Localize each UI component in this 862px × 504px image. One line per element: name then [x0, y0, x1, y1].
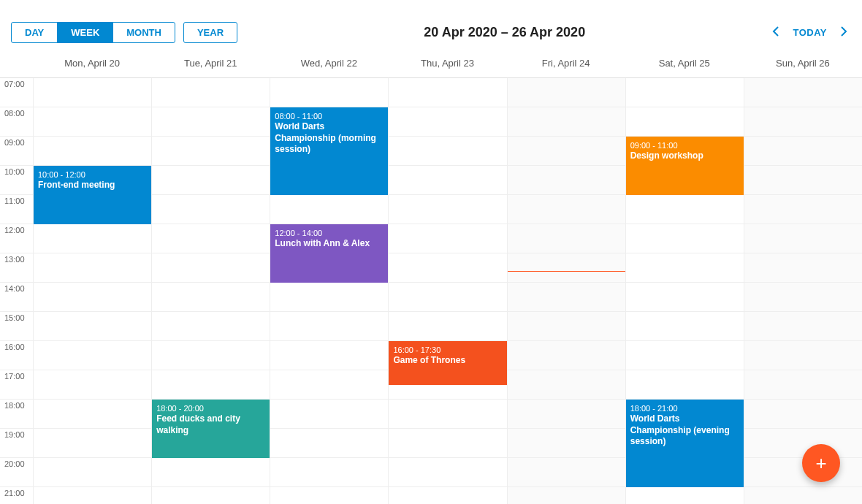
hour-cell[interactable] [626, 341, 744, 370]
hour-cell[interactable] [508, 429, 625, 458]
hour-cell[interactable] [152, 195, 270, 224]
view-week-button[interactable]: WEEK [57, 22, 113, 43]
hour-cell[interactable] [270, 78, 388, 107]
hour-cell[interactable] [508, 137, 625, 166]
hour-cell[interactable] [508, 400, 625, 429]
hour-cell[interactable] [508, 458, 625, 487]
hour-cell[interactable] [626, 487, 744, 504]
hour-cell[interactable] [744, 166, 862, 195]
hour-cell[interactable] [34, 253, 151, 283]
hour-cell[interactable] [152, 166, 270, 195]
hour-cell[interactable] [626, 195, 744, 224]
calendar-event[interactable]: 09:00 - 11:00Design workshop [626, 137, 744, 195]
calendar-event[interactable]: 18:00 - 20:00Feed ducks and city walking [152, 400, 270, 458]
day-column[interactable]: 16:00 - 17:30Game of Thrones [388, 78, 506, 504]
day-column[interactable] [507, 78, 625, 504]
hour-cell[interactable] [152, 341, 270, 370]
day-column[interactable] [744, 78, 862, 504]
hour-cell[interactable] [389, 487, 506, 504]
hour-cell[interactable] [389, 458, 506, 487]
hour-cell[interactable] [34, 429, 151, 458]
hour-cell[interactable] [744, 312, 862, 341]
hour-cell[interactable] [152, 487, 270, 504]
hour-cell[interactable] [270, 370, 388, 400]
hour-cell[interactable] [34, 224, 151, 253]
hour-cell[interactable] [744, 487, 862, 504]
hour-cell[interactable] [508, 283, 625, 312]
hour-cell[interactable] [389, 283, 506, 312]
hour-cell[interactable] [152, 253, 270, 283]
hour-cell[interactable] [270, 429, 388, 458]
hour-cell[interactable] [744, 195, 862, 224]
hour-cell[interactable] [152, 370, 270, 400]
hour-cell[interactable] [744, 283, 862, 312]
calendar-event[interactable]: 18:00 - 21:00World Darts Championship (e… [626, 400, 744, 487]
hour-cell[interactable] [270, 458, 388, 487]
hour-cell[interactable] [34, 137, 151, 166]
hour-cell[interactable] [389, 166, 506, 195]
hour-cell[interactable] [34, 487, 151, 504]
hour-cell[interactable] [34, 78, 151, 107]
hour-cell[interactable] [508, 370, 625, 400]
hour-cell[interactable] [389, 429, 506, 458]
calendar-grid-scroll[interactable]: 07:0008:0009:0010:0011:0012:0013:0014:00… [0, 78, 862, 504]
view-day-button[interactable]: DAY [11, 22, 58, 43]
hour-cell[interactable] [626, 312, 744, 341]
hour-cell[interactable] [508, 253, 625, 283]
hour-cell[interactable] [626, 224, 744, 253]
next-week-button[interactable] [840, 26, 847, 39]
hour-cell[interactable] [152, 224, 270, 253]
hour-cell[interactable] [508, 195, 625, 224]
add-event-button[interactable]: + [802, 444, 840, 482]
hour-cell[interactable] [34, 283, 151, 312]
hour-cell[interactable] [389, 78, 506, 107]
hour-cell[interactable] [34, 312, 151, 341]
view-year-button[interactable]: YEAR [183, 22, 237, 43]
hour-cell[interactable] [744, 107, 862, 137]
hour-cell[interactable] [152, 137, 270, 166]
hour-cell[interactable] [626, 370, 744, 400]
hour-cell[interactable] [34, 400, 151, 429]
hour-cell[interactable] [744, 224, 862, 253]
hour-cell[interactable] [389, 400, 506, 429]
hour-cell[interactable] [152, 283, 270, 312]
hour-cell[interactable] [744, 429, 862, 458]
prev-week-button[interactable] [772, 26, 779, 39]
hour-cell[interactable] [508, 312, 625, 341]
hour-cell[interactable] [508, 107, 625, 137]
day-column[interactable]: 18:00 - 20:00Feed ducks and city walking [151, 78, 270, 504]
hour-cell[interactable] [389, 137, 506, 166]
hour-cell[interactable] [389, 312, 506, 341]
hour-cell[interactable] [744, 341, 862, 370]
hour-cell[interactable] [34, 370, 151, 400]
hour-cell[interactable] [152, 458, 270, 487]
hour-cell[interactable] [508, 78, 625, 107]
hour-cell[interactable] [270, 195, 388, 224]
hour-cell[interactable] [270, 400, 388, 429]
hour-cell[interactable] [152, 107, 270, 137]
view-month-button[interactable]: MONTH [112, 22, 175, 43]
day-column[interactable]: 10:00 - 12:00Front-end meeting [33, 78, 151, 504]
calendar-event[interactable]: 08:00 - 11:00World Darts Championship (m… [270, 107, 388, 195]
hour-cell[interactable] [626, 283, 744, 312]
hour-cell[interactable] [389, 107, 506, 137]
hour-cell[interactable] [270, 283, 388, 312]
hour-cell[interactable] [152, 312, 270, 341]
hour-cell[interactable] [626, 78, 744, 107]
hour-cell[interactable] [270, 341, 388, 370]
day-column[interactable]: 08:00 - 11:00World Darts Championship (m… [270, 78, 388, 504]
hour-cell[interactable] [389, 224, 506, 253]
hour-cell[interactable] [34, 341, 151, 370]
hour-cell[interactable] [34, 107, 151, 137]
calendar-event[interactable]: 12:00 - 14:00Lunch with Ann & Alex [270, 224, 388, 283]
calendar-event[interactable]: 10:00 - 12:00Front-end meeting [34, 166, 151, 224]
hour-cell[interactable] [152, 78, 270, 107]
hour-cell[interactable] [34, 458, 151, 487]
hour-cell[interactable] [508, 487, 625, 504]
calendar-event[interactable]: 16:00 - 17:30Game of Thrones [389, 341, 506, 385]
hour-cell[interactable] [389, 253, 506, 283]
hour-cell[interactable] [744, 78, 862, 107]
hour-cell[interactable] [508, 224, 625, 253]
hour-cell[interactable] [270, 487, 388, 504]
hour-cell[interactable] [270, 312, 388, 341]
